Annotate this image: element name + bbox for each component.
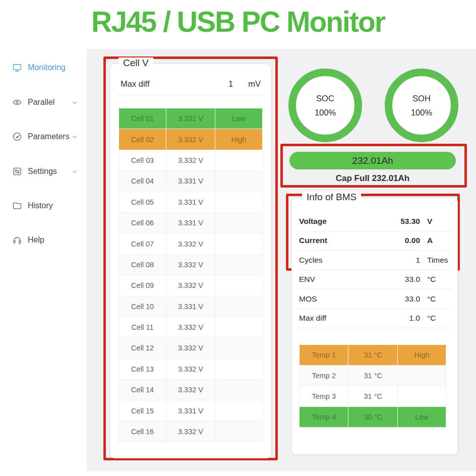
i-value: 0.00 (405, 236, 420, 245)
table-cell-value: 30 °C (348, 407, 397, 428)
table-cell-value: 31 °C (348, 345, 397, 366)
table-row: Cell 013.331 VLow (119, 108, 263, 129)
chevron-down-icon[interactable] (71, 99, 78, 106)
table-cell-voltage: 3.331 V (166, 212, 215, 233)
sidebar-item-parallel[interactable]: Parallel (12, 96, 81, 109)
table-cell-label: Cell 06 (119, 212, 166, 233)
table-cell-label: Cell 09 (119, 275, 166, 296)
i-label: Current (299, 236, 405, 245)
table-cell-label: Cell 07 (119, 233, 166, 254)
table-row: Temp 131 °CHigh (300, 345, 446, 366)
chevron-down-icon[interactable] (71, 168, 78, 175)
table-cell-voltage: 3.332 V (166, 275, 215, 296)
sidebar-item-label: Parallel (28, 98, 54, 107)
monitor-icon (12, 63, 22, 73)
table-row: Cell 163.332 V (119, 421, 263, 442)
table-cell-voltage: 3.332 V (166, 338, 215, 359)
table-cell-voltage: 3.332 V (166, 421, 215, 442)
table-cell-voltage: 3.332 V (166, 380, 215, 400)
gauge-label: SOH (412, 94, 431, 103)
sidebar-item-monitoring[interactable]: Monitoring (12, 61, 81, 74)
table-row: Cell 063.331 V (119, 212, 263, 233)
table-cell-voltage: 3.332 V (166, 150, 215, 170)
capacity-value: 232.01Ah (352, 155, 393, 166)
i-value: 53.30 (400, 217, 420, 226)
table-row: Cell 133.332 V (119, 359, 263, 379)
table-cell-label: Cell 12 (119, 338, 166, 359)
table-cell-value: 31 °C (348, 366, 397, 386)
max-diff-value: 1 (228, 79, 233, 89)
table-cell-label: Temp 4 (300, 407, 348, 428)
info-row: Current0.00A (298, 231, 451, 251)
table-row: Cell 053.331 V (119, 192, 263, 212)
table-row: Cell 023.332 VHigh (119, 129, 263, 150)
folder-icon (12, 201, 22, 211)
temp-table-body: Temp 131 °CHighTemp 231 °CTemp 331 °CTem… (300, 345, 446, 428)
page-header: RJ45 / USB PC Monitor (0, 0, 476, 49)
table-cell-label: Cell 02 (119, 129, 166, 150)
table-row: Cell 103.331 V (119, 296, 263, 317)
table-cell-voltage: 3.331 V (166, 108, 215, 129)
table-cell-status (215, 233, 262, 254)
table-cell-status (397, 386, 446, 407)
gauge-value: 100% (411, 108, 432, 117)
table-row: Temp 430 °CLow (300, 407, 446, 428)
table-cell-value: 31 °C (348, 386, 397, 407)
sidebar-item-label: Parameters (28, 132, 70, 141)
sidebar-item-history[interactable]: History (12, 199, 81, 212)
bms-info-rows: Voltage53.30VCurrent0.00ACycles1TimesENV… (292, 212, 457, 328)
i-label: Voltage (299, 217, 400, 226)
table-row: Cell 113.332 V (119, 317, 263, 337)
table-cell-voltage: 3.332 V (166, 233, 215, 254)
table-row: Cell 043.331 V (119, 171, 263, 192)
table-row: Cell 153.331 V (119, 400, 263, 421)
table-cell-status (215, 421, 262, 442)
capacity-bar: 232.01Ah (289, 152, 456, 169)
table-cell-voltage: 3.332 V (166, 129, 215, 150)
table-cell-label: Cell 11 (119, 317, 166, 337)
i-value: 33.0 (405, 294, 420, 304)
table-row: Temp 231 °C (300, 366, 446, 386)
i-value: 33.0 (405, 275, 420, 284)
settings-icon (12, 166, 22, 176)
table-row: Cell 083.332 V (119, 254, 263, 275)
info-row: ENV33.0°C (298, 270, 451, 290)
sidebar-item-settings[interactable]: Settings (12, 165, 81, 178)
sidebar-item-label: Settings (28, 167, 57, 176)
table-cell-label: Temp 1 (300, 345, 348, 366)
soc-gauge: SOC 100% (288, 69, 362, 142)
sidebar-item-label: Monitoring (28, 63, 66, 72)
table-cell-voltage: 3.331 V (166, 192, 215, 212)
table-cell-voltage: 3.331 V (166, 400, 215, 421)
table-cell-status (215, 296, 262, 317)
sidebar-item-parameters[interactable]: Parameters (12, 130, 81, 143)
table-cell-voltage: 3.332 V (166, 254, 215, 275)
table-cell-status (215, 400, 262, 421)
table-cell-status (215, 171, 262, 192)
table-cell-status (215, 254, 262, 275)
table-cell-status: Low (397, 407, 446, 428)
i-label: Max diff (299, 314, 409, 323)
table-cell-label: Temp 3 (300, 386, 348, 407)
info-row: Cycles1Times (298, 251, 451, 270)
table-cell-label: Cell 01 (119, 108, 166, 129)
sidebar-item-label: History (28, 201, 53, 210)
table-cell-voltage: 3.331 V (166, 296, 215, 317)
i-unit: °C (427, 314, 450, 323)
table-cell-voltage: 3.332 V (166, 317, 215, 337)
i-value: 1.0 (409, 314, 420, 323)
table-cell-status (215, 275, 262, 296)
table-row: Cell 123.332 V (119, 338, 263, 359)
table-cell-status (215, 338, 262, 359)
main-content: Cell V Max diff 1 mV Cell 013.331 VLowCe… (87, 49, 476, 471)
chevron-down-icon[interactable] (71, 133, 78, 140)
app-shell: Monitoring Parallel Parameters Settings (0, 49, 476, 471)
i-unit: °C (427, 275, 450, 284)
info-row: Max diff1.0°C (298, 309, 451, 329)
sidebar-item-help[interactable]: Help (12, 233, 81, 247)
panel-legend: Cell V (118, 57, 153, 69)
table-cell-status (215, 192, 262, 212)
table-cell-label: Cell 13 (119, 359, 166, 379)
headset-icon (12, 235, 22, 245)
capacity-caption: Cap Full 232.01Ah (289, 173, 456, 184)
